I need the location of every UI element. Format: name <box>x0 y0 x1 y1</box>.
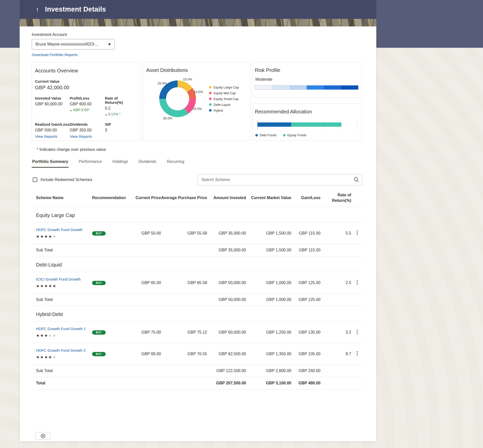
group-header: Debt-Liquid <box>32 256 362 272</box>
main-card: Investment Account Bruce Wayne-xxxxxxxxx… <box>20 26 376 441</box>
avg-purchase-price: GBP 65.58 <box>161 281 207 285</box>
star-filled-icon: ★ <box>36 355 40 359</box>
star-filled-icon: ★ <box>36 284 40 288</box>
realized-gain-loss-label: Realized Gain/Loss <box>35 122 70 126</box>
investment-account-label: Investment Account <box>32 32 362 37</box>
circled-x-button[interactable] <box>35 432 51 440</box>
star-filled-icon: ★ <box>40 355 44 359</box>
column-header-1: Scheme Name <box>32 195 92 201</box>
rating-stars: ★★★★★ <box>36 355 92 360</box>
recommendation-cell: BUY <box>92 280 130 285</box>
kebab-menu-icon[interactable] <box>355 328 360 335</box>
profit-loss-label: Profit/Loss <box>70 96 105 100</box>
download-portfolio-reports-link[interactable]: Download Portfolio Reports <box>32 53 78 57</box>
column-header-2: Recommendation <box>92 195 130 201</box>
legend-label: Equity Funds <box>287 133 306 137</box>
rate-of-return-value: 0.2 <box>105 106 137 111</box>
selected-account-value: Bruce Wayne-xxxxxxxxxxxx0023-... <box>35 42 99 47</box>
search-icon[interactable] <box>354 177 359 183</box>
legend-label: Equity Large Cap <box>214 85 239 89</box>
star-filled-icon: ★ <box>36 333 40 338</box>
donut-slice-label: 25.0% <box>157 81 167 85</box>
allocation-chart <box>257 120 357 130</box>
legend-item: Equity Large Cap <box>209 85 239 89</box>
legend-dot <box>283 134 286 137</box>
current-market-value: GBP 1,500.00 <box>246 231 291 236</box>
checkbox-box[interactable] <box>33 177 37 182</box>
star-empty-icon: ★ <box>48 333 52 338</box>
app-header: ↑ Investment Details <box>20 0 376 19</box>
legend-label: Debt-Liquid <box>214 103 230 107</box>
column-header-8: Rate of Return(%) <box>320 192 351 203</box>
total-amount-invested: GBP 207,500.00 <box>207 381 246 385</box>
amount-invested: GBP 50,000.00 <box>207 281 246 285</box>
buy-badge: BUY <box>92 330 106 335</box>
avg-purchase-price: GBP 55.58 <box>161 231 207 236</box>
legend-label: Equity Small Cap <box>214 97 239 101</box>
tab-recurring[interactable]: Recurring <box>166 159 185 168</box>
tab-dividends[interactable]: Dividends <box>138 159 157 168</box>
tab-portfolio-summary[interactable]: Portfolio Summary <box>32 159 69 168</box>
subtotal-gain-loss: GBP 125.00 <box>291 297 320 302</box>
donut-slice-label: 15.0% <box>183 77 192 81</box>
row-actions-cell <box>351 350 362 358</box>
star-empty-icon: ★ <box>52 355 56 359</box>
scheme-link[interactable]: HDFC Growth Fund Growth 2 <box>36 348 86 352</box>
subtotal-amount-invested: GBP 35,000.00 <box>207 248 246 252</box>
risk-meter-segment-2 <box>290 85 307 89</box>
total-label: Total <box>32 381 92 385</box>
kebab-menu-icon[interactable] <box>355 350 360 357</box>
allocation-segment-debt-funds <box>258 122 291 127</box>
sip-block: SIP 3 <box>105 122 137 139</box>
back-arrow-icon[interactable]: ↑ <box>36 6 39 13</box>
up-arrow-icon: ▲ <box>105 113 107 116</box>
scheme-link[interactable]: HDFC Growth Fund Growth <box>36 228 83 232</box>
rating-stars: ★★★★★ <box>36 234 92 239</box>
star-filled-icon: ★ <box>44 234 48 239</box>
kebab-menu-icon[interactable] <box>355 279 360 286</box>
scheme-link[interactable]: HDFC Growth Fund Growth 1 <box>36 327 86 331</box>
column-header-6: Current Market Value <box>246 195 291 201</box>
include-redeemed-checkbox[interactable]: Include Redeemed Schemes <box>33 177 92 182</box>
legend-item: Debt Funds <box>255 133 276 137</box>
rate-of-return: 2.5 <box>320 281 351 285</box>
star-filled-icon: ★ <box>40 234 44 239</box>
invested-value: GBP 60,000.00 <box>35 102 70 106</box>
subtotal-amount-invested: GBP 122,500.00 <box>207 369 246 373</box>
rate-of-return: 9.7 <box>320 352 351 356</box>
current-market-value: GBP 1,250.00 <box>246 330 291 335</box>
view-reports-link[interactable]: View Reports <box>35 134 57 139</box>
subtotal-row: Sub TotalGBP 35,000.00GBP 1,500.00GBP 11… <box>32 244 362 256</box>
dividends-value: GBP 350.00 <box>70 128 105 132</box>
star-filled-icon: ★ <box>40 333 44 338</box>
row-actions-cell <box>351 229 362 237</box>
donut-legend: Equity Large CapEquity Mid CapEquity Sma… <box>209 85 239 112</box>
investment-account-select[interactable]: Bruce Wayne-xxxxxxxxxxxx0023-... <box>32 39 115 50</box>
legend-item: Equity Small Cap <box>209 97 239 101</box>
scheme-link[interactable]: ICICI Growth Fund Growth <box>36 277 81 281</box>
risk-profile-title: Risk Profile <box>255 67 358 73</box>
recommendation-cell: BUY <box>92 330 130 335</box>
rate-of-return-label: Rate of Return(%) <box>105 96 137 105</box>
avg-purchase-price: GBP 75.12 <box>161 330 207 335</box>
gain-loss: GBP 115.00 <box>291 231 320 236</box>
legend-item: Debt-Liquid <box>209 103 239 107</box>
filter-row: Include Redeemed Schemes <box>32 174 362 185</box>
search-input[interactable] <box>197 174 362 185</box>
view-reports-link[interactable]: View Reports <box>70 134 92 139</box>
scheme-cell: HDFC Growth Fund Growth★★★★★ <box>32 228 92 239</box>
row-actions-cell <box>351 328 362 336</box>
tab-holdings[interactable]: Holdings <box>112 159 129 168</box>
sip-label: SIP <box>105 122 137 126</box>
table-header-row: Scheme NameRecommendationCurrent PriceAv… <box>32 189 362 207</box>
summary-panels: Accounts Overview Current Value GBP 42,0… <box>32 62 362 141</box>
risk-meter-segment-0 <box>255 85 272 89</box>
page-title: Investment Details <box>45 6 106 13</box>
allocation-segment-equity-funds <box>291 122 341 127</box>
realized-gain-loss-block: Realized Gain/Loss GBP 500.00 View Repor… <box>35 122 70 139</box>
kebab-menu-icon[interactable] <box>355 229 360 236</box>
accounts-overview-title: Accounts Overview <box>35 68 137 74</box>
recommendation-cell: BUY <box>92 351 130 356</box>
tab-performance[interactable]: Performance <box>78 159 102 168</box>
amount-invested: GBP 35,000.00 <box>207 231 246 236</box>
